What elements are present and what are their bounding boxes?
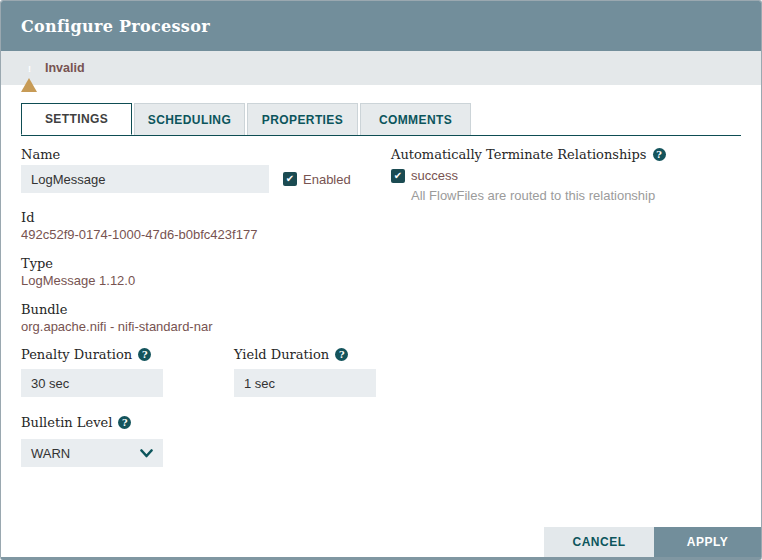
auto-terminate-label-text: Automatically Terminate Relationships bbox=[391, 146, 647, 163]
bundle-value: org.apache.nifi - nifi-standard-nar bbox=[21, 318, 374, 335]
settings-tab-content: Name ✔ Enabled Id 492c52f9-0174-1000-47d… bbox=[1, 136, 761, 467]
id-value: 492c52f9-0174-1000-47d6-b0bfc423f177 bbox=[21, 226, 374, 243]
penalty-duration-label-text: Penalty Duration bbox=[21, 346, 132, 363]
success-label: success bbox=[411, 168, 458, 183]
cancel-button[interactable]: CANCEL bbox=[544, 527, 654, 557]
settings-left-column: Name ✔ Enabled Id 492c52f9-0174-1000-47d… bbox=[21, 146, 374, 467]
dialog-footer: CANCEL APPLY bbox=[544, 527, 761, 557]
type-value: LogMessage 1.12.0 bbox=[21, 272, 374, 289]
penalty-duration-label: Penalty Duration ? bbox=[21, 346, 163, 363]
status-label: Invalid bbox=[45, 61, 85, 75]
dialog-header: Configure Processor bbox=[1, 1, 761, 51]
warning-exclamation: ! bbox=[21, 64, 38, 75]
yield-duration-label-text: Yield Duration bbox=[234, 346, 329, 363]
penalty-duration-input[interactable] bbox=[21, 369, 163, 397]
bundle-group: Bundle org.apache.nifi - nifi-standard-n… bbox=[21, 301, 374, 335]
enabled-checkbox[interactable]: ✔ bbox=[283, 172, 297, 186]
type-group: Type LogMessage 1.12.0 bbox=[21, 255, 374, 289]
id-group: Id 492c52f9-0174-1000-47d6-b0bfc423f177 bbox=[21, 209, 374, 243]
apply-button[interactable]: APPLY bbox=[654, 527, 761, 557]
name-input[interactable] bbox=[21, 165, 269, 193]
help-icon[interactable]: ? bbox=[335, 348, 348, 361]
bulletin-level-dropdown[interactable]: WARN bbox=[21, 439, 163, 467]
duration-row: Penalty Duration ? Yield Duration ? bbox=[21, 346, 374, 397]
help-icon[interactable]: ? bbox=[118, 416, 131, 429]
type-label: Type bbox=[21, 255, 374, 272]
chevron-down-icon bbox=[140, 449, 153, 458]
bulletin-level-label: Bulletin Level ? bbox=[21, 414, 374, 431]
dialog-title: Configure Processor bbox=[21, 17, 210, 36]
yield-duration-label: Yield Duration ? bbox=[234, 346, 376, 363]
name-field-group: Name ✔ Enabled bbox=[21, 146, 374, 193]
help-icon[interactable]: ? bbox=[138, 348, 151, 361]
enabled-checkbox-group[interactable]: ✔ Enabled bbox=[283, 172, 351, 187]
auto-terminate-label: Automatically Terminate Relationships ? bbox=[391, 146, 741, 163]
bulletin-level-value: WARN bbox=[31, 446, 70, 461]
tab-scheduling[interactable]: SCHEDULING bbox=[134, 103, 245, 135]
tab-comments[interactable]: COMMENTS bbox=[360, 103, 471, 135]
settings-right-column: Automatically Terminate Relationships ? … bbox=[391, 146, 741, 467]
help-icon[interactable]: ? bbox=[653, 148, 666, 161]
yield-duration-input[interactable] bbox=[234, 369, 376, 397]
relationship-success-row[interactable]: ✔ success bbox=[391, 168, 741, 183]
enabled-label: Enabled bbox=[303, 172, 351, 187]
warning-triangle-icon: ! bbox=[21, 61, 38, 75]
name-label: Name bbox=[21, 146, 374, 163]
tab-properties[interactable]: PROPERTIES bbox=[247, 103, 358, 135]
bulletin-level-label-text: Bulletin Level bbox=[21, 414, 112, 431]
relationship-description: All FlowFiles are routed to this relatio… bbox=[411, 188, 741, 204]
bundle-label: Bundle bbox=[21, 301, 374, 318]
tab-bar: SETTINGS SCHEDULING PROPERTIES COMMENTS bbox=[21, 103, 741, 136]
id-label: Id bbox=[21, 209, 374, 226]
success-checkbox[interactable]: ✔ bbox=[391, 169, 405, 183]
yield-duration-group: Yield Duration ? bbox=[234, 346, 376, 397]
configure-processor-dialog: Configure Processor ! Invalid SETTINGS S… bbox=[0, 0, 762, 560]
bulletin-level-group: Bulletin Level ? WARN bbox=[21, 414, 374, 467]
penalty-duration-group: Penalty Duration ? bbox=[21, 346, 163, 397]
validation-status-bar: ! Invalid bbox=[1, 51, 761, 85]
tab-settings[interactable]: SETTINGS bbox=[21, 103, 132, 135]
